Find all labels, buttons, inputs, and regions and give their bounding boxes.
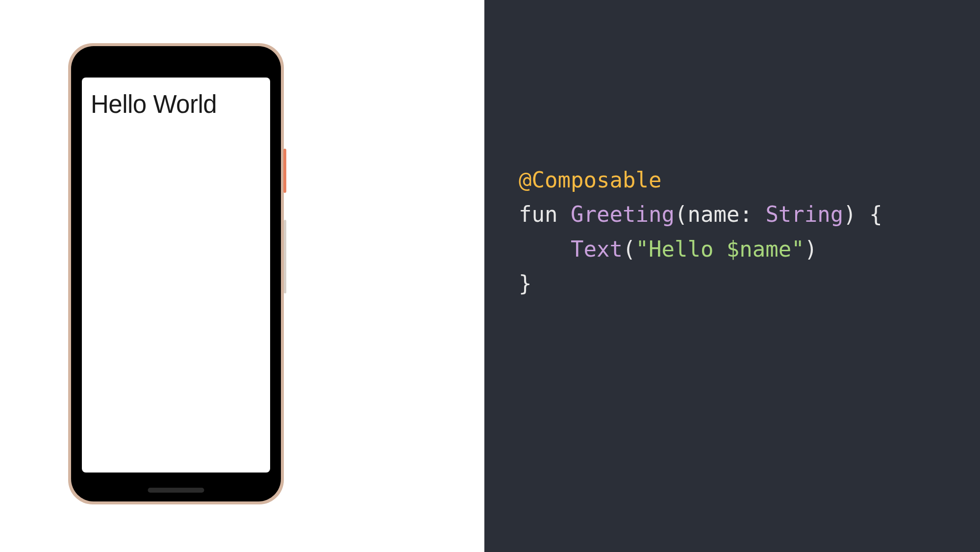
code-paren-open: ( [675,202,688,227]
code-string-literal: "Hello $name" [635,237,804,262]
code-paren-open-2: ( [623,237,636,262]
code-colon: : [739,202,753,227]
phone-mockup: Hello World [68,43,284,504]
greeting-text: Hello World [91,90,261,119]
code-snippet: @Composable fun Greeting(name: String) {… [519,163,882,301]
app-screen: Hello World [82,78,270,473]
code-annotation: @Composable [519,167,661,192]
code-text-call: Text [571,237,623,262]
phone-bezel: Hello World [71,46,281,501]
code-paren-close-2: ) [804,237,818,262]
power-button-icon [283,149,286,193]
preview-panel: Hello World [0,0,484,552]
volume-button-icon [284,220,286,293]
code-param-type: String [765,202,843,227]
speaker-bottom-icon [148,488,204,493]
code-paren-close: ) [843,202,856,227]
code-param-name: name [687,202,739,227]
phone-screen-area: Hello World [78,53,274,495]
code-function-name: Greeting [571,202,675,227]
code-brace-close: } [519,271,532,296]
code-keyword-fun: fun [519,202,557,227]
code-panel: @Composable fun Greeting(name: String) {… [484,0,980,552]
code-brace-open: { [869,202,882,227]
code-indent [519,237,571,262]
